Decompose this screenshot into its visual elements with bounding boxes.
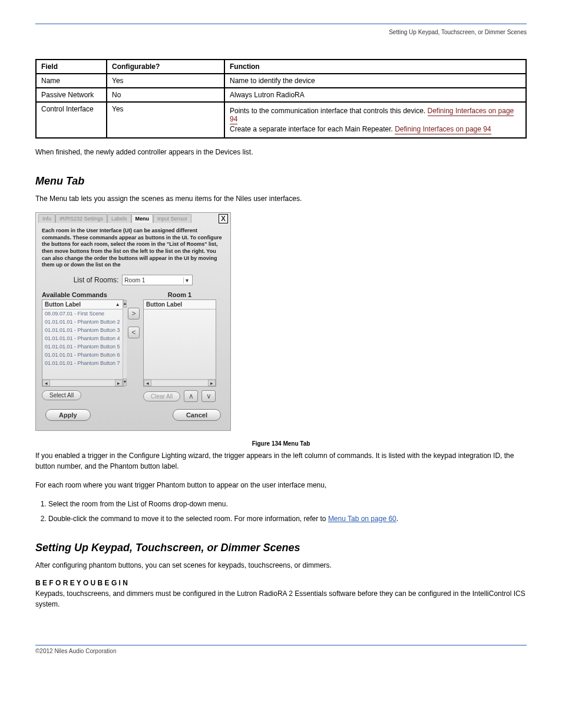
left-col-header[interactable]: Button Label	[45, 301, 81, 308]
list-item[interactable]: 01.01.01.01 - Phantom Button 2	[42, 318, 123, 326]
cell-config: Yes	[107, 74, 224, 88]
available-commands-list[interactable]: Button Label ▲ 08.09.07.01 - First Scene…	[42, 299, 124, 387]
step-text: .	[396, 515, 398, 523]
rooms-dropdown[interactable]: Room 1 ▾	[122, 275, 193, 285]
tab-menu[interactable]: Menu	[131, 214, 154, 223]
tab-info[interactable]: Info	[38, 214, 55, 223]
scroll-up-icon[interactable]: ▴	[123, 300, 127, 308]
cell-field: Control Interface	[36, 102, 107, 138]
scroll-down-icon[interactable]: ▾	[123, 378, 127, 386]
close-button[interactable]: X	[219, 214, 228, 223]
move-down-button[interactable]: ∨	[201, 390, 216, 402]
paragraph: After configuring phantom buttons, you c…	[35, 560, 527, 571]
room-commands-list[interactable]: Button Label ◂ ▸	[143, 299, 216, 387]
list-item[interactable]: 01.01.01.01 - Phantom Button 7	[42, 359, 123, 367]
table-row: Name Yes Name to identify the device	[36, 74, 526, 88]
cell-text: Create a separate interface for each Mai…	[230, 125, 393, 133]
tab-input-sensor[interactable]: Input Sensor	[153, 214, 191, 223]
tab-ir-rs232[interactable]: IR/RS232 Settings	[55, 214, 107, 223]
section-heading-menu-tab: Menu Tab	[35, 175, 527, 187]
scroll-right-icon[interactable]: ▸	[208, 380, 216, 386]
scroll-track[interactable]	[50, 380, 115, 386]
paragraph: For each room where you want trigger Pha…	[35, 480, 527, 490]
select-all-button[interactable]: Select All	[42, 390, 81, 400]
scroll-track[interactable]	[151, 380, 208, 386]
list-item[interactable]: 01.01.01.01 - Phantom Button 3	[42, 326, 123, 334]
th-config: Configurable?	[107, 60, 224, 74]
sort-asc-icon[interactable]: ▲	[115, 302, 120, 307]
table-row: Control Interface Yes Points to the comm…	[36, 102, 526, 138]
cell-function: Name to identify the device	[224, 74, 526, 88]
cell-field: Name	[36, 74, 107, 88]
cell-field: Passive Network	[36, 88, 107, 102]
chevron-down-icon: ▾	[183, 277, 190, 284]
dialog-screenshot: Info IR/RS232 Settings Labels Menu Input…	[35, 212, 231, 431]
parameters-table: Field Configurable? Function Name Yes Na…	[35, 59, 527, 139]
cross-ref-link[interactable]: Defining Interfaces on page 94	[395, 125, 491, 134]
paragraph: If you enabled a trigger in the Configur…	[35, 450, 527, 472]
running-header: Setting Up Keypad, Touchscreen, or Dimme…	[35, 29, 527, 35]
tab-labels[interactable]: Labels	[107, 214, 131, 223]
right-col-header[interactable]: Button Label	[146, 301, 182, 308]
note-heading: B E F O R E Y O U B E G I N	[35, 579, 527, 587]
step-item: Double-click the command to move it to t…	[48, 513, 527, 525]
list-item[interactable]: 01.01.01.01 - Phantom Button 5	[42, 342, 123, 351]
list-item[interactable]: 01.01.01.01 - Phantom Button 4	[42, 334, 123, 342]
scroll-left-icon[interactable]: ◂	[144, 380, 151, 386]
cell-config: No	[107, 88, 224, 102]
clear-all-button[interactable]: Clear All	[143, 391, 180, 401]
paragraph: The Menu tab lets you assign the scenes …	[35, 193, 527, 204]
note-text: Keypads, touchscreens, and dimmers must …	[35, 588, 527, 610]
cell-function: Always Lutron RadioRA	[224, 88, 526, 102]
step-text: Double-click the command to move it to t…	[48, 515, 328, 523]
list-item[interactable]: 01.01.01.01 - Phantom Button 6	[42, 351, 123, 359]
move-right-button[interactable]: >	[128, 308, 140, 319]
cell-config: Yes	[107, 102, 224, 138]
rooms-value: Room 1	[124, 277, 145, 284]
step-item: Select the room from the List of Rooms d…	[48, 499, 527, 510]
cross-ref-link[interactable]: Menu Tab on page 60	[328, 515, 396, 523]
section-heading-setting-up: Setting Up Keypad, Touchscreen, or Dimme…	[35, 542, 527, 554]
table-row: Passive Network No Always Lutron RadioRA	[36, 88, 526, 102]
h-scrollbar[interactable]: ◂ ▸	[144, 379, 216, 386]
steps-list: Select the room from the List of Rooms d…	[48, 499, 527, 524]
v-scrollbar[interactable]: ▴ ▾	[123, 300, 127, 386]
th-function: Function	[224, 60, 526, 74]
cell-text: Points to the communication interface th…	[230, 107, 425, 115]
left-list-title: Available Commands	[42, 291, 124, 299]
move-left-button[interactable]: <	[128, 327, 140, 338]
cell-function: Points to the communication interface th…	[224, 102, 526, 138]
header-rule	[35, 24, 527, 24]
list-item[interactable]: 08.09.07.01 - First Scene	[42, 309, 123, 318]
footer-copyright: ©2012 Niles Audio Corporation	[35, 645, 527, 654]
right-list-title: Room 1	[143, 291, 216, 299]
cancel-button[interactable]: Cancel	[173, 409, 221, 421]
tab-strip: Info IR/RS232 Settings Labels Menu Input…	[36, 213, 230, 223]
rooms-label: List of Rooms:	[74, 276, 119, 284]
scroll-left-icon[interactable]: ◂	[42, 380, 50, 386]
h-scrollbar[interactable]: ◂ ▸	[42, 379, 123, 386]
figure-caption: Figure 134 Menu Tab	[35, 440, 527, 447]
move-up-button[interactable]: ∧	[184, 390, 198, 402]
paragraph: When finished, the newly added controlle…	[35, 147, 527, 157]
scroll-right-icon[interactable]: ▸	[115, 380, 123, 386]
th-field: Field	[36, 60, 107, 74]
apply-button[interactable]: Apply	[45, 409, 91, 421]
dialog-description: Each room in the User Interface (UI) can…	[42, 228, 224, 269]
